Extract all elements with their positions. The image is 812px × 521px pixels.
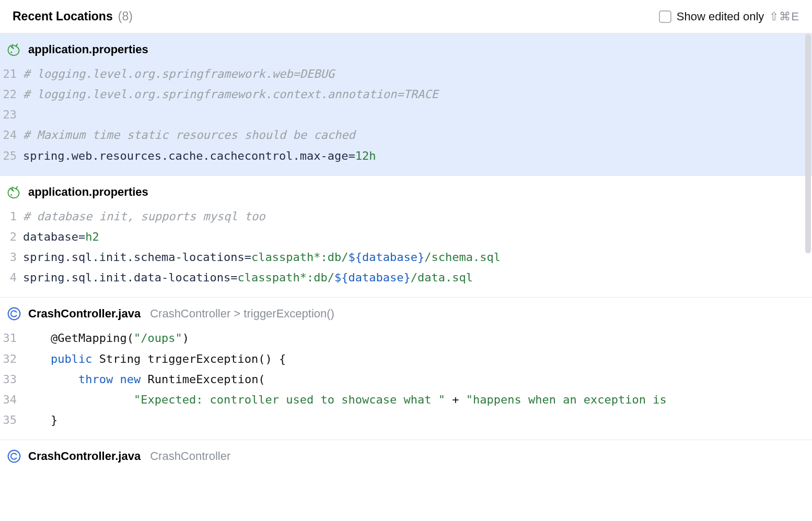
code-line[interactable]: 24# Maximum time static resources should…: [0, 125, 812, 145]
file-name: application.properties: [28, 185, 148, 199]
code-line[interactable]: 1# database init, supports mysql too: [0, 206, 812, 227]
code-line[interactable]: 21# logging.level.org.springframework.we…: [0, 64, 812, 84]
title-wrap: Recent Locations (8): [13, 9, 133, 23]
code-text: database=h2: [23, 227, 812, 247]
line-number: 21: [0, 64, 23, 84]
code-text: spring.sql.init.data-locations=classpath…: [23, 267, 812, 288]
line-number: 23: [0, 104, 23, 125]
show-edited-label[interactable]: Show edited only: [677, 10, 764, 23]
locations-list[interactable]: application.properties21# logging.level.…: [0, 33, 812, 521]
file-name: CrashController.java: [28, 449, 141, 463]
svg-point-1: [10, 194, 12, 196]
java-class-icon: [6, 306, 22, 322]
code-line[interactable]: 35 }: [0, 410, 812, 430]
svg-point-3: [8, 451, 20, 463]
code-text: # logging.level.org.springframework.cont…: [23, 84, 812, 104]
svg-point-0: [10, 52, 12, 53]
line-number: 24: [0, 125, 23, 145]
code-line[interactable]: 31 @GetMapping("/oups"): [0, 328, 812, 348]
code-preview: 31 @GetMapping("/oups")32 public String …: [0, 326, 812, 440]
breadcrumb: CrashController: [150, 449, 230, 463]
java-class-icon: [6, 448, 22, 464]
code-text: # Maximum time static resources should b…: [23, 125, 812, 145]
location-header[interactable]: application.properties: [0, 33, 812, 62]
code-text: throw new RuntimeException(: [23, 369, 812, 389]
code-line[interactable]: 4spring.sql.init.data-locations=classpat…: [0, 267, 812, 288]
line-number: 25: [0, 146, 23, 166]
line-number: 32: [0, 349, 23, 369]
line-number: 35: [0, 410, 23, 430]
code-preview: 1# database init, supports mysql too2dat…: [0, 204, 812, 298]
show-edited-checkbox[interactable]: [659, 10, 671, 23]
breadcrumb: CrashController > triggerException(): [150, 307, 334, 321]
header-right: Show edited only ⇧⌘E: [659, 10, 799, 23]
location-header[interactable]: CrashController.javaCrashController: [0, 440, 812, 468]
location-header[interactable]: application.properties: [0, 176, 812, 204]
location-header[interactable]: CrashController.javaCrashController > tr…: [0, 298, 812, 326]
popup-count: (8): [118, 9, 133, 23]
code-text: # logging.level.org.springframework.web=…: [23, 64, 812, 84]
code-text: public String triggerException() {: [23, 349, 812, 369]
location-item[interactable]: application.properties21# logging.level.…: [0, 33, 812, 175]
code-text: "Expected: controller used to showcase w…: [23, 389, 812, 410]
popup-title: Recent Locations: [13, 9, 113, 23]
location-item[interactable]: CrashController.javaCrashController > tr…: [0, 297, 812, 440]
show-edited-shortcut: ⇧⌘E: [769, 10, 799, 23]
code-line[interactable]: 25spring.web.resources.cache.cachecontro…: [0, 146, 812, 166]
line-number: 33: [0, 369, 23, 389]
code-line[interactable]: 23: [0, 104, 812, 125]
code-line[interactable]: 3spring.sql.init.schema-locations=classp…: [0, 247, 812, 267]
code-text: }: [23, 410, 812, 430]
line-number: 34: [0, 389, 23, 410]
code-text: spring.web.resources.cache.cachecontrol.…: [23, 146, 812, 166]
code-text: @GetMapping("/oups"): [23, 328, 812, 348]
line-number: 2: [0, 227, 23, 247]
spring-icon: [6, 184, 22, 200]
code-text: spring.sql.init.schema-locations=classpa…: [23, 247, 812, 267]
recent-locations-popup: Recent Locations (8) Show edited only ⇧⌘…: [0, 0, 812, 521]
line-number: 3: [0, 247, 23, 267]
line-number: 1: [0, 206, 23, 227]
location-item[interactable]: application.properties1# database init, …: [0, 175, 812, 298]
file-name: CrashController.java: [28, 307, 141, 321]
location-item[interactable]: CrashController.javaCrashController: [0, 440, 812, 468]
code-line[interactable]: 34 "Expected: controller used to showcas…: [0, 389, 812, 410]
code-line[interactable]: 2database=h2: [0, 227, 812, 247]
code-line[interactable]: 32 public String triggerException() {: [0, 349, 812, 369]
popup-header: Recent Locations (8) Show edited only ⇧⌘…: [0, 0, 812, 33]
code-text: # database init, supports mysql too: [23, 206, 812, 227]
code-line[interactable]: 22# logging.level.org.springframework.co…: [0, 84, 812, 104]
code-line[interactable]: 33 throw new RuntimeException(: [0, 369, 812, 389]
line-number: 31: [0, 328, 23, 348]
code-preview: 21# logging.level.org.springframework.we…: [0, 62, 812, 175]
spring-icon: [6, 42, 22, 57]
line-number: 22: [0, 84, 23, 104]
scrollbar-thumb[interactable]: [805, 34, 811, 253]
line-number: 4: [0, 267, 23, 288]
svg-point-2: [8, 308, 20, 320]
file-name: application.properties: [28, 43, 148, 56]
